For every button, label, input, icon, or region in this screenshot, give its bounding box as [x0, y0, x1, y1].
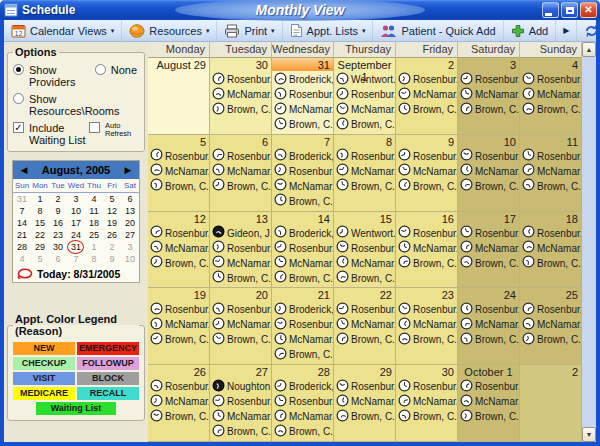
- radio-none[interactable]: None: [95, 64, 137, 76]
- mini-calendar-day-cell[interactable]: 7: [67, 253, 85, 265]
- day-cell[interactable]: 10Rosenbur...McNamar...Brown, C...: [458, 135, 520, 212]
- appointment-item[interactable]: Brown, C...: [520, 102, 581, 117]
- prev-month-button[interactable]: ◀: [17, 165, 31, 175]
- day-cell[interactable]: 7Broderick,...Rosenbur...McNamar...Brown…: [272, 135, 334, 212]
- mini-calendar-day-cell[interactable]: 6: [121, 193, 139, 205]
- day-cell[interactable]: October 1Rosenbur...McNamar...Brown, C..…: [458, 365, 520, 442]
- day-cell[interactable]: 5Rosenbur...McNamar...Brown, C...: [148, 135, 210, 212]
- day-cell[interactable]: 18Rosenbur...McNamar...Brown, C...: [520, 212, 582, 289]
- mini-calendar-day-cell[interactable]: 19: [103, 217, 121, 229]
- appointment-item[interactable]: Brown, C...: [458, 102, 519, 117]
- mini-calendar-day-cell[interactable]: 7: [13, 205, 31, 217]
- day-cell[interactable]: 15Wentwort...Rosenbur...McNamar...Brown,…: [334, 212, 396, 289]
- mini-calendar-day-cell[interactable]: 9: [49, 205, 67, 217]
- appointment-item[interactable]: Brown, C...: [148, 256, 209, 271]
- mini-calendar-day-cell[interactable]: 2: [103, 241, 121, 253]
- mini-calendar-day-cell[interactable]: 26: [103, 229, 121, 241]
- appointment-item[interactable]: Brown, C...: [272, 271, 333, 286]
- appointment-item[interactable]: Brown, C...: [210, 271, 271, 286]
- mini-calendar-day-cell[interactable]: 10: [121, 253, 139, 265]
- day-cell[interactable]: 8Rosenbur...McNamar...Brown, C...: [334, 135, 396, 212]
- day-cell[interactable]: 14Broderick,...Rosenbur...McNamar...Brow…: [272, 212, 334, 289]
- day-cell[interactable]: 13Gideon, J...Rosenbur...McNamar...Brown…: [210, 212, 272, 289]
- mini-calendar-day-cell[interactable]: 1: [31, 193, 49, 205]
- day-cell[interactable]: 27Noughton...Rosenbur...McNamar...Brown,…: [210, 365, 272, 442]
- mini-calendar-day-cell[interactable]: 10: [67, 205, 85, 217]
- day-cell[interactable]: 19Rosenbur...McNamar...Brown, C...: [148, 288, 210, 365]
- mini-calendar-day-cell[interactable]: 2: [49, 193, 67, 205]
- mini-calendar-day-cell[interactable]: 8: [85, 253, 103, 265]
- mini-calendar-day-cell[interactable]: 13: [121, 205, 139, 217]
- day-cell[interactable]: 2Rosenbur...McNamar...Brown, C...: [396, 58, 458, 135]
- appointment-item[interactable]: Brown, C...: [458, 256, 519, 271]
- mini-calendar-day-cell[interactable]: 5: [103, 193, 121, 205]
- appointment-item[interactable]: Brown, C...: [148, 409, 209, 424]
- mini-calendar-day-cell[interactable]: 25: [85, 229, 103, 241]
- appointment-item[interactable]: Brown, C...: [148, 332, 209, 347]
- scroll-down-button[interactable]: ▼: [582, 427, 596, 442]
- mini-calendar-day-cell[interactable]: 5: [31, 253, 49, 265]
- appointment-item[interactable]: Brown, C...: [396, 256, 457, 271]
- day-cell[interactable]: 22Rosenbur...McNamar...Brown, C...: [334, 288, 396, 365]
- appointment-item[interactable]: Brown, C...: [272, 194, 333, 209]
- toolbar-add[interactable]: Add: [504, 20, 557, 41]
- appointment-item[interactable]: Brown, C...: [458, 179, 519, 194]
- mini-calendar-day-cell[interactable]: 31: [13, 193, 31, 205]
- day-cell[interactable]: 17Rosenbur...McNamar...Brown, C...: [458, 212, 520, 289]
- appointment-item[interactable]: Brown, C...: [520, 332, 581, 347]
- day-cell[interactable]: 9Rosenbur...McNamar...Brown, C...: [396, 135, 458, 212]
- scroll-up-button[interactable]: ▲: [582, 42, 596, 57]
- day-cell[interactable]: 20Rosenbur...McNamar...Brown, C...: [210, 288, 272, 365]
- appointment-item[interactable]: Brown, C...: [334, 117, 395, 132]
- day-cell[interactable]: 3Rosenbur...McNamar...Brown, C...: [458, 58, 520, 135]
- mini-calendar-day-cell[interactable]: 16: [49, 217, 67, 229]
- day-cell[interactable]: 24Rosenbur...McNamar...Brown, C...: [458, 288, 520, 365]
- toolbar-calendar-views[interactable]: 12Calendar Views▾: [4, 20, 122, 41]
- appointment-item[interactable]: Brown, C...: [396, 409, 457, 424]
- mini-calendar-day-cell[interactable]: 11: [85, 205, 103, 217]
- radio-show-providers[interactable]: Show Providers: [13, 64, 95, 88]
- day-cell[interactable]: 28Broderick,...Rosenbur...McNamar...Brow…: [272, 365, 334, 442]
- mini-calendar-day-cell[interactable]: 27: [121, 229, 139, 241]
- toolbar-print[interactable]: Print▾: [217, 20, 282, 41]
- day-cell[interactable]: 26Rosenbur...McNamar...Brown, C...: [148, 365, 210, 442]
- appointment-item[interactable]: Brown, C...: [458, 409, 519, 424]
- day-cell[interactable]: 2: [520, 365, 582, 442]
- appointment-item[interactable]: Brown, C...: [396, 332, 457, 347]
- scrollbar-track[interactable]: [582, 57, 596, 427]
- day-cell[interactable]: 25Rosenbur...McNamar...Brown, C...: [520, 288, 582, 365]
- mini-calendar-day-cell[interactable]: 15: [31, 217, 49, 229]
- appointment-item[interactable]: Brown, C...: [520, 179, 581, 194]
- mini-calendar-day-cell[interactable]: 3: [121, 241, 139, 253]
- day-cell[interactable]: 30Rosenbur...McNamar...Brown, C...: [396, 365, 458, 442]
- appointment-item[interactable]: Brown, C...: [334, 271, 395, 286]
- day-cell[interactable]: 6Rosenbur...McNamar...Brown, C...: [210, 135, 272, 212]
- toolbar-resources[interactable]: Resources▾: [122, 20, 217, 41]
- mini-calendar-day-cell[interactable]: 4: [85, 193, 103, 205]
- appointment-item[interactable]: Brown, C...: [520, 256, 581, 271]
- mini-calendar-day-cell[interactable]: 8: [31, 205, 49, 217]
- day-cell[interactable]: 11Rosenbur...McNamar...Brown, C...: [520, 135, 582, 212]
- maximize-button[interactable]: [561, 2, 578, 18]
- today-indicator[interactable]: Today: 8/31/2005: [13, 265, 139, 282]
- appointment-item[interactable]: Brown, C...: [272, 347, 333, 362]
- appointment-item[interactable]: Brown, C...: [458, 332, 519, 347]
- mini-calendar-day-cell[interactable]: 28: [13, 241, 31, 253]
- appointment-item[interactable]: Brown, C...: [210, 102, 271, 117]
- radio-show-resources-rooms[interactable]: Show Resources\Rooms: [13, 93, 139, 117]
- mini-calendar-day-cell[interactable]: 17: [67, 217, 85, 229]
- checkbox-include-waiting-list[interactable]: ✓Include Waiting List: [13, 122, 89, 146]
- appointment-item[interactable]: Brown, C...: [210, 332, 271, 347]
- day-cell[interactable]: 30Rosenbur...McNamar...Brown, C...: [210, 58, 272, 135]
- checkbox-auto-refresh[interactable]: Auto Refresh: [89, 122, 139, 138]
- mini-calendar-day-cell[interactable]: 4: [13, 253, 31, 265]
- day-cell[interactable]: 23Rosenbur...McNamar...Brown, C...: [396, 288, 458, 365]
- mini-calendar-day-cell[interactable]: 21: [13, 229, 31, 241]
- appointment-item[interactable]: Brown, C...: [272, 424, 333, 439]
- appointment-item[interactable]: Brown, C...: [210, 179, 271, 194]
- appointment-item[interactable]: Brown, C...: [396, 102, 457, 117]
- day-cell[interactable]: 12Rosenbur...McNamar...Brown, C...: [148, 212, 210, 289]
- appointment-item[interactable]: Brown, C...: [210, 424, 271, 439]
- day-cell[interactable]: September 1Wentwort...Rosenbur...McNamar…: [334, 58, 396, 135]
- mini-calendar-day-cell[interactable]: 14: [13, 217, 31, 229]
